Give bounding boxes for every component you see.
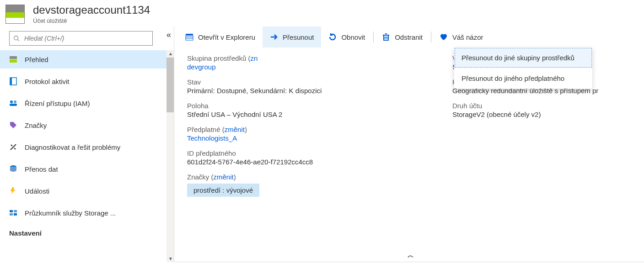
page-header: devstorageaccount1134 Účet úložiště <box>0 0 644 26</box>
tags-label: Značky (změnit) <box>187 173 236 181</box>
sidebar-item-data-transfer[interactable]: Přenos dat <box>0 160 166 178</box>
tag-icon <box>9 121 17 129</box>
heart-icon <box>440 33 448 41</box>
resource-group-label: Skupina prostředků (zn <box>187 54 258 62</box>
toolbar-label: Obnovit <box>341 33 365 41</box>
collapse-essentials-button[interactable]: ︽ <box>408 251 411 259</box>
overview-icon <box>9 55 17 63</box>
storage-explorer-icon <box>9 209 17 217</box>
status-value: Primární: Dostupné, Sekundární: K dispoz… <box>187 87 443 95</box>
command-bar: Otevřít v Exploreru Přesunout Obnovit Od… <box>174 26 644 48</box>
sidebar-item-diagnose[interactable]: Diagnostikovat a řešit problémy <box>0 138 166 156</box>
scrollbar-thumb[interactable] <box>166 58 174 112</box>
sidebar-item-label: Přehled <box>25 56 48 63</box>
status-label: Stav <box>187 78 443 86</box>
sidebar-item-label: Průzkumník služby Storage ... <box>25 209 116 217</box>
svg-rect-15 <box>186 36 193 40</box>
collapse-sidebar-button[interactable]: « <box>166 30 171 40</box>
move-icon <box>270 33 278 41</box>
location-label: Poloha <box>187 102 443 110</box>
refresh-icon <box>328 33 337 41</box>
open-in-explorer-button[interactable]: Otevřít v Exploreru <box>178 26 263 47</box>
delete-button[interactable]: Odstranit <box>375 26 430 47</box>
subscription-link[interactable]: Technologists_A <box>187 134 237 142</box>
svg-rect-13 <box>14 213 17 216</box>
svg-rect-8 <box>10 104 17 106</box>
svg-rect-10 <box>10 210 13 212</box>
change-subscription-link[interactable]: změnit <box>225 126 245 133</box>
search-input[interactable] <box>9 31 153 46</box>
svg-rect-2 <box>10 56 17 59</box>
svg-point-7 <box>14 100 16 103</box>
svg-rect-12 <box>10 213 13 216</box>
svg-line-1 <box>18 40 20 42</box>
resource-group-link[interactable]: devgroup <box>187 63 216 71</box>
explorer-icon <box>185 33 193 41</box>
page-title: devstorageaccount1134 <box>33 4 150 16</box>
sidebar-item-storage-explorer[interactable]: Průzkumník služby Storage ... <box>0 204 166 222</box>
toolbar-label: Přesunout <box>283 33 314 41</box>
toolbar-label: Váš názor <box>452 33 483 41</box>
scroll-down-arrow[interactable]: ▼ <box>168 256 173 261</box>
storage-account-icon <box>5 5 25 24</box>
svg-rect-5 <box>10 78 12 85</box>
tag-chip[interactable]: prostředí : vývojové <box>187 184 259 197</box>
sidebar-item-overview[interactable]: Přehled <box>0 50 166 68</box>
sidebar-item-activity-log[interactable]: Protokol aktivit <box>0 72 166 90</box>
toolbar-separator <box>373 32 374 42</box>
toolbar-label: Odstranit <box>395 33 423 41</box>
data-transfer-icon <box>9 165 17 173</box>
sidebar-item-label: Diagnostikovat a řešit problémy <box>25 143 120 151</box>
sidebar-item-events[interactable]: Události <box>0 182 166 200</box>
svg-rect-19 <box>384 35 388 40</box>
sidebar-item-label: Značky <box>25 121 47 129</box>
subscription-id-label: ID předplatného <box>187 149 443 157</box>
location-value: Střední USA – Východní USA 2 <box>187 110 443 118</box>
svg-rect-14 <box>186 34 193 35</box>
events-icon <box>9 187 17 195</box>
sidebar-item-label: Řízení přístupu (IAM) <box>25 100 90 107</box>
move-dropdown: Přesunout do jiné skupiny prostředků Pře… <box>454 47 592 89</box>
account-kind-label: Druh účtu <box>452 102 631 110</box>
svg-point-6 <box>10 100 13 103</box>
toolbar-separator <box>431 32 431 42</box>
subscription-label: Předplatné (změnit) <box>187 126 247 133</box>
svg-rect-11 <box>14 210 17 212</box>
change-tags-link[interactable]: změnit <box>214 173 234 181</box>
toolbar-label: Otevřít v Exploreru <box>198 33 255 41</box>
move-to-resource-group-option[interactable]: Přesunout do jiné skupiny prostředků <box>454 47 592 68</box>
sidebar: « Přehled Protokol aktivit Řízení přís <box>0 26 174 262</box>
move-to-subscription-option[interactable]: Přesunout do jiného předplatného <box>454 68 592 89</box>
account-kind-value: StorageV2 (obecné účely v2) <box>452 110 631 118</box>
sidebar-item-label: Přenos dat <box>25 165 58 173</box>
change-resource-group-link[interactable]: zn <box>250 54 258 62</box>
refresh-button[interactable]: Obnovit <box>321 26 372 47</box>
iam-icon <box>9 99 17 107</box>
move-button[interactable]: Přesunout <box>263 26 321 47</box>
scroll-up-arrow[interactable]: ▲ <box>168 51 173 56</box>
feedback-button[interactable]: Váš názor <box>432 26 491 47</box>
svg-rect-3 <box>10 59 17 63</box>
search-icon <box>13 35 20 42</box>
sidebar-scrollbar[interactable]: ▲ ▼ <box>166 50 174 262</box>
activity-log-icon <box>9 77 17 85</box>
sidebar-item-iam[interactable]: Řízení přístupu (IAM) <box>0 94 166 112</box>
sidebar-item-tags[interactable]: Značky <box>0 116 166 134</box>
sidebar-item-label: Protokol aktivit <box>25 78 70 85</box>
search-field[interactable] <box>23 34 149 42</box>
sidebar-section-settings: Nastavení <box>0 226 166 241</box>
sidebar-item-label: Události <box>25 187 49 195</box>
svg-point-0 <box>14 36 18 40</box>
subscription-id-value: 601d2f24-5767-4e46-ae20-f72192cc4cc8 <box>187 158 443 166</box>
page-subtitle: Účet úložiště <box>33 17 150 24</box>
delete-icon <box>382 33 390 41</box>
diagnose-icon <box>9 143 17 151</box>
divider <box>174 262 644 262</box>
